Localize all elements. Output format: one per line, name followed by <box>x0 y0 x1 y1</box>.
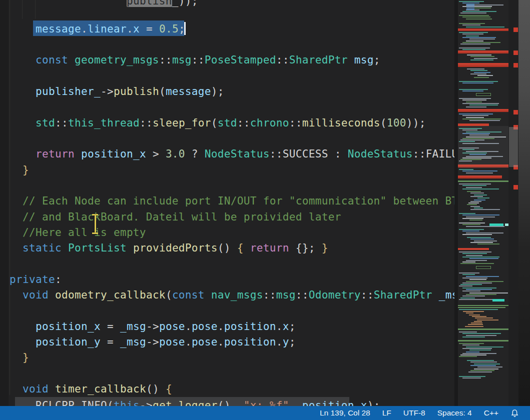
code-token: :: <box>361 289 374 301</box>
code-token: providedPorts <box>133 242 218 254</box>
status-encoding[interactable]: UTF-8 <box>403 408 425 418</box>
code-token: return <box>36 148 75 160</box>
code-line[interactable]: return position_x > 3.0 ? NodeStatus::SU… <box>10 146 454 162</box>
code-token: :: <box>192 54 205 66</box>
code-token: } <box>23 352 29 364</box>
code-line[interactable]: position_x = _msg->pose.pose.position.x; <box>10 318 296 334</box>
code-token: void <box>23 289 49 301</box>
code-token: msg <box>172 54 192 66</box>
code-token <box>49 289 55 301</box>
code-line[interactable]: void timer_callback() { <box>10 381 172 397</box>
minimap-code-row <box>459 286 472 286</box>
code-token: //Here all is empty <box>10 226 146 238</box>
code-line[interactable]: private: <box>10 272 62 288</box>
minimap-code-row <box>475 318 493 318</box>
minimap-code-row <box>470 74 486 74</box>
minimap-slider[interactable] <box>458 126 508 168</box>
error-marker <box>513 185 518 190</box>
code-line[interactable]: position_y = _msg->pose.pose.position.y; <box>10 334 296 350</box>
code-token: milliseconds <box>302 117 380 129</box>
code-token: ? <box>185 148 205 160</box>
minimap-code-row <box>470 192 484 194</box>
minimap-code-row <box>474 240 497 242</box>
minimap-mark <box>492 299 504 302</box>
code-line[interactable]: } <box>10 162 29 178</box>
minimap-code-row <box>459 23 485 24</box>
code-token: timer_callback <box>55 383 146 395</box>
code-token: publish <box>114 86 159 98</box>
minimap-comment-box <box>476 93 491 96</box>
code-token: . <box>276 336 283 348</box>
minimap-code-row <box>459 15 489 16</box>
minimap-code-row <box>469 38 495 40</box>
code-token: > <box>146 148 166 160</box>
code-token: message <box>166 86 211 98</box>
code-line[interactable]: std::this_thread::sleep_for(std::chrono:… <box>10 115 426 131</box>
code-token: SharedPtr <box>289 54 348 66</box>
minimap-code-row <box>469 220 482 220</box>
minimap[interactable] <box>458 0 508 406</box>
scrollbar-thumb[interactable] <box>509 127 518 167</box>
minimap-code-row <box>466 26 504 28</box>
status-indentation[interactable]: Spaces: 4 <box>437 408 472 418</box>
code-line[interactable]: //Here all is empty <box>10 224 146 240</box>
code-token <box>10 86 36 98</box>
code-token: position_x <box>302 400 367 406</box>
minimap-code-row <box>459 299 494 300</box>
code-line[interactable]: // Each Node can include port IN/OUT for… <box>10 193 454 209</box>
code-token: static <box>23 242 62 254</box>
minimap-code-row <box>462 230 479 232</box>
code-line[interactable]: const geometry_msgs::msg::PoseStamped::S… <box>10 52 380 68</box>
code-token: :: <box>55 117 68 129</box>
minimap-code-row <box>466 232 503 234</box>
code-token: get_logger <box>153 400 218 406</box>
code-token: :: <box>237 117 250 129</box>
status-language-mode[interactable]: C++ <box>484 408 498 418</box>
code-line[interactable]: } <box>10 350 29 366</box>
code-token: ; <box>374 54 380 66</box>
code-token: :: <box>140 117 153 129</box>
minimap-code-row <box>465 326 483 327</box>
minimap-code-row <box>462 34 483 34</box>
code-token <box>49 383 55 395</box>
minimap-comment-box <box>476 266 491 269</box>
minimap-mark <box>458 328 508 330</box>
minimap-code-row <box>469 350 491 350</box>
minimap-mark <box>458 63 508 67</box>
minimap-code-row <box>474 58 497 59</box>
minimap-code-row <box>466 346 503 348</box>
code-token: PortsList <box>68 242 127 254</box>
code-line[interactable]: void odometry_callback(const nav_msgs::m… <box>10 287 454 303</box>
editor-left-strip <box>0 0 9 406</box>
code-token: position_x <box>36 320 101 332</box>
code-editor[interactable]: publish_)); message.linear.x = 0.5; cons… <box>0 0 454 406</box>
code-token: msg <box>276 289 296 301</box>
minimap-code-row <box>462 100 486 100</box>
code-line[interactable]: // and BlackBoard. Dateil will be proivi… <box>10 209 341 225</box>
code-token: std <box>218 117 237 129</box>
minimap-code-row <box>467 360 494 361</box>
minimap-code-row <box>470 238 494 240</box>
code-line[interactable]: message.linear.x = 0.5; <box>10 21 185 37</box>
notifications-bell-icon[interactable] <box>510 409 519 418</box>
minimap-code-row <box>474 72 490 73</box>
minimap-mark <box>458 305 508 306</box>
status-cursor-position[interactable]: Ln 139, Col 28 <box>320 408 370 418</box>
minimap-code-row <box>459 272 479 274</box>
minimap-code-row <box>459 169 473 170</box>
code-token: () <box>146 383 166 395</box>
minimap-code-row <box>470 56 494 57</box>
code-token: 3.0 <box>166 148 185 160</box>
code-token <box>10 352 23 364</box>
code-token <box>10 0 127 7</box>
code-token: SharedPtr <box>374 289 432 301</box>
code-line[interactable]: RCLCPP_INFO(this->get_logger(), "x: %f",… <box>10 398 380 406</box>
code-token: RCLCPP_INFO( <box>36 400 114 406</box>
status-eol-sequence[interactable]: LF <box>382 408 391 418</box>
minimap-code-row <box>466 187 482 188</box>
code-line[interactable]: publish_)); <box>10 0 198 9</box>
minimap-code-row <box>462 188 499 190</box>
code-line[interactable]: static PortsList providedPorts() { retur… <box>10 240 328 256</box>
minimap-code-row <box>462 224 480 225</box>
code-line[interactable]: publisher_->publish(message); <box>10 84 224 100</box>
